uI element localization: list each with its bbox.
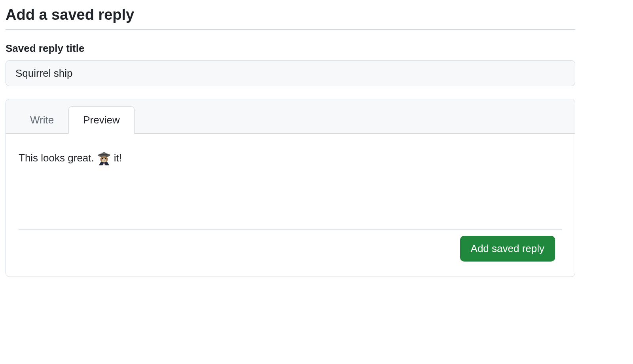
preview-content: This looks great. xyxy=(19,150,562,230)
tab-write[interactable]: Write xyxy=(15,106,68,134)
shipit-squirrel-icon xyxy=(97,150,112,165)
svg-point-5 xyxy=(105,158,106,159)
add-saved-reply-button[interactable]: Add saved reply xyxy=(460,236,555,262)
svg-point-6 xyxy=(103,160,104,161)
tab-preview[interactable]: Preview xyxy=(68,106,134,134)
svg-point-4 xyxy=(102,158,103,159)
preview-panel: This looks great. xyxy=(6,134,575,277)
form-actions: Add saved reply xyxy=(19,230,562,269)
reply-editor: Write Preview This looks great. xyxy=(6,99,575,277)
preview-text-after: it! xyxy=(114,150,122,166)
page-title: Add a saved reply xyxy=(6,6,575,25)
title-input[interactable] xyxy=(6,60,575,86)
editor-tabs: Write Preview xyxy=(6,99,575,134)
title-label: Saved reply title xyxy=(6,42,575,55)
preview-text-before: This looks great. xyxy=(19,150,94,166)
svg-rect-1 xyxy=(100,154,108,155)
section-divider xyxy=(6,29,575,30)
